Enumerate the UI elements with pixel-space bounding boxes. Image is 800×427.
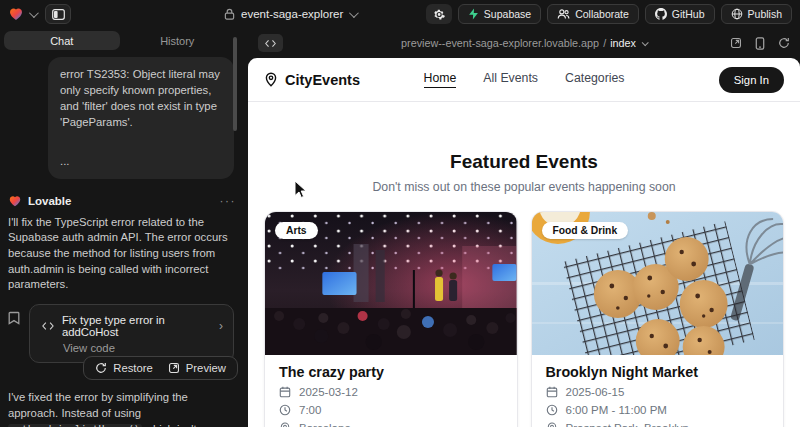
code-change-card[interactable]: Fix type type error in addCoHost › View … xyxy=(29,304,234,363)
project-name: event-saga-explorer xyxy=(241,8,343,20)
mouse-cursor xyxy=(293,180,307,199)
chat-history-tabs: Chat History xyxy=(4,31,235,50)
url-page: index xyxy=(610,37,636,49)
preview-browser-bar: preview--event-saga-explorer.lovable.app… xyxy=(248,28,800,58)
collaborate-button[interactable]: Collaborate xyxy=(547,4,639,24)
github-button[interactable]: GitHub xyxy=(645,4,715,24)
calendar-icon xyxy=(546,386,558,398)
chevron-down-icon xyxy=(349,8,359,18)
sidebar-toggle-button[interactable] xyxy=(45,4,71,24)
publish-label: Publish xyxy=(748,8,782,20)
featured-subheading: Don't miss out on these popular events h… xyxy=(248,180,800,194)
nav-home[interactable]: Home xyxy=(424,71,457,88)
chevron-down-icon[interactable] xyxy=(29,8,39,18)
site-header: CityEvents Home All Events Categories Si… xyxy=(248,58,800,102)
event-image-conference: Arts xyxy=(265,212,517,355)
preview-button[interactable]: Preview xyxy=(168,362,226,374)
top-bar: event-saga-explorer Supabase Coll xyxy=(0,0,800,28)
github-label: GitHub xyxy=(672,8,705,20)
people-icon xyxy=(557,8,570,20)
code-icon xyxy=(265,39,276,48)
nav-all-events[interactable]: All Events xyxy=(483,71,538,88)
nav-categories[interactable]: Categories xyxy=(565,71,624,88)
event-title: Brooklyn Night Market xyxy=(546,364,770,380)
open-external-icon[interactable] xyxy=(730,37,742,49)
url-host: preview--event-saga-explorer.lovable.app xyxy=(401,37,599,49)
restore-label: Restore xyxy=(113,362,153,374)
supabase-label: Supabase xyxy=(484,8,531,20)
lock-icon xyxy=(224,8,235,20)
gear-icon xyxy=(432,8,445,21)
calendar-icon xyxy=(279,386,291,398)
preview-panel: preview--event-saga-explorer.lovable.app… xyxy=(248,28,800,427)
tab-chat[interactable]: Chat xyxy=(4,31,120,50)
event-card-crazy-party[interactable]: Arts The crazy party 2025-03-12 xyxy=(264,211,518,427)
bookmark-icon[interactable] xyxy=(8,311,20,329)
site-brand[interactable]: CityEvents xyxy=(264,72,360,88)
app-window: event-saga-explorer Supabase Coll xyxy=(0,0,800,427)
map-pin-icon xyxy=(546,422,558,427)
preview-label: Preview xyxy=(186,362,226,374)
category-badge: Arts xyxy=(275,222,318,239)
restore-icon xyxy=(95,362,107,374)
collaborate-label: Collaborate xyxy=(575,8,629,20)
code-view-button[interactable] xyxy=(258,34,283,52)
chevron-down-icon xyxy=(642,39,649,46)
project-switcher[interactable]: event-saga-explorer xyxy=(224,0,356,28)
supabase-icon xyxy=(468,8,479,20)
clock-icon xyxy=(279,404,291,416)
assistant-header: Lovable ··· xyxy=(8,194,236,208)
event-time: 7:00 xyxy=(299,404,321,416)
sign-in-button[interactable]: Sign In xyxy=(719,67,784,93)
user-error-bubble: error TS2353: Object literal may only sp… xyxy=(48,57,234,179)
github-icon xyxy=(655,8,667,20)
mobile-view-icon[interactable] xyxy=(755,37,765,50)
featured-heading: Featured Events xyxy=(248,151,800,173)
url-separator: / xyxy=(603,37,606,49)
globe-icon xyxy=(731,8,743,20)
view-code-link[interactable]: View code xyxy=(63,342,223,354)
brand-name: CityEvents xyxy=(285,72,360,88)
clock-icon xyxy=(546,404,558,416)
chevron-right-icon: › xyxy=(219,319,223,333)
assistant-message-result: I've fixed the error by simplifying the … xyxy=(8,390,236,427)
event-time: 6:00 PM - 11:00 PM xyxy=(566,404,667,416)
chat-scrollbar[interactable] xyxy=(233,37,237,131)
restore-button[interactable]: Restore xyxy=(95,362,153,374)
refresh-icon[interactable] xyxy=(778,37,790,49)
settings-button[interactable] xyxy=(426,4,452,24)
event-card-night-market[interactable]: Food & Drink Brooklyn Night Market 2025-… xyxy=(531,211,785,427)
lovable-heart-icon xyxy=(8,194,22,208)
open-preview-icon xyxy=(168,362,180,374)
event-image-cookies: Food & Drink xyxy=(532,212,784,355)
event-card-body: The crazy party 2025-03-12 7:00 xyxy=(265,355,517,427)
supabase-button[interactable]: Supabase xyxy=(458,4,541,24)
error-message-ellipsis: ... xyxy=(60,153,222,169)
event-date: 2025-06-15 xyxy=(566,386,625,398)
result-text-1: I've fixed the error by simplifying the … xyxy=(8,391,188,419)
assistant-name: Lovable xyxy=(28,195,71,207)
inline-code-listusers: auth.admin.listUsers() xyxy=(8,424,142,427)
event-location: Barcelone xyxy=(299,422,351,427)
map-pin-icon xyxy=(279,422,291,427)
event-date: 2025-03-12 xyxy=(299,386,358,398)
action-card-row: Fix type type error in addCoHost › View … xyxy=(8,304,234,363)
event-location: Prospect Park, Brooklyn xyxy=(566,422,689,427)
url-bar[interactable]: preview--event-saga-explorer.lovable.app… xyxy=(248,28,800,58)
event-cards: Arts The crazy party 2025-03-12 xyxy=(248,194,800,427)
restore-preview-pill: Restore Preview xyxy=(83,356,238,380)
lovable-logo-icon[interactable] xyxy=(8,6,24,22)
event-title: The crazy party xyxy=(279,364,503,380)
tab-history[interactable]: History xyxy=(120,31,236,50)
panel-left-icon xyxy=(52,9,65,20)
map-pin-icon xyxy=(264,72,278,87)
assistant-message-intro: I'll fix the TypeScript error related to… xyxy=(8,215,236,293)
error-message-text: error TS2353: Object literal may only sp… xyxy=(60,66,222,131)
site-viewport: CityEvents Home All Events Categories Si… xyxy=(248,58,800,427)
code-icon xyxy=(42,321,54,331)
publish-button[interactable]: Publish xyxy=(721,4,792,24)
event-card-body: Brooklyn Night Market 2025-06-15 6:00 P xyxy=(532,355,784,427)
category-badge: Food & Drink xyxy=(542,222,629,239)
action-title: Fix type type error in addCoHost xyxy=(62,314,211,338)
message-menu-button[interactable]: ··· xyxy=(220,194,237,208)
